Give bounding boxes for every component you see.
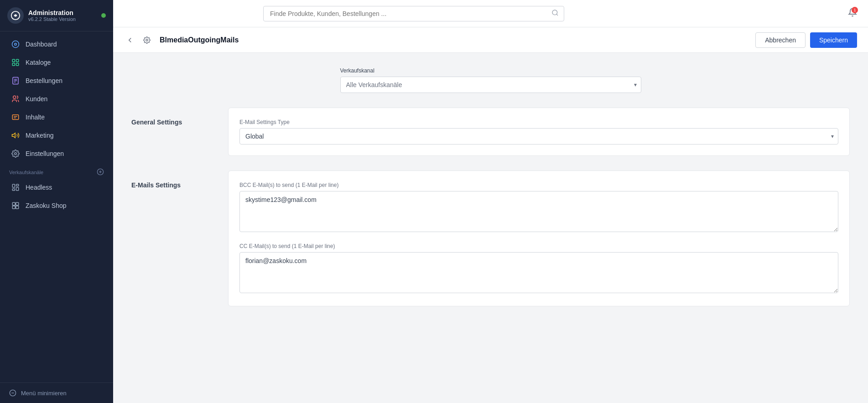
app-version: v6.2.2 Stable Version bbox=[28, 16, 76, 22]
cc-field-group: CC E-Mail(s) to send (1 E-Mail per line)… bbox=[239, 243, 838, 295]
emails-settings-label: E-Mails Settings bbox=[131, 170, 213, 189]
topbar: 1 bbox=[113, 0, 868, 27]
svg-rect-12 bbox=[12, 115, 19, 120]
sidebar-item-marketing[interactable]: Marketing bbox=[2, 126, 111, 145]
search-bar bbox=[263, 6, 564, 21]
svg-point-1 bbox=[12, 41, 19, 48]
settings-gear-button[interactable] bbox=[141, 35, 152, 46]
sidebar-item-label-headless: Headless bbox=[26, 184, 52, 191]
email-type-field-group: E-Mail Settings Type Global Custom ▾ bbox=[239, 119, 838, 145]
header-actions: Abbrechen Speichern bbox=[755, 32, 857, 48]
bcc-textarea[interactable]: skystime123@gmail.com bbox=[239, 191, 838, 232]
kataloge-icon bbox=[11, 58, 20, 67]
emails-settings-row: E-Mails Settings BCC E-Mail(s) to send (… bbox=[131, 170, 850, 306]
sidebar-item-label-kunden: Kunden bbox=[26, 95, 47, 103]
email-type-label: E-Mail Settings Type bbox=[239, 119, 838, 125]
svg-rect-3 bbox=[12, 59, 15, 62]
general-settings-row: General Settings E-Mail Settings Type Gl… bbox=[131, 108, 850, 156]
sidebar-item-label-einstellungen: Einstellungen bbox=[26, 150, 64, 157]
sidebar-item-label-bestellungen: Bestellungen bbox=[26, 77, 62, 84]
sidebar-item-einstellungen[interactable]: Einstellungen bbox=[2, 145, 111, 163]
svg-rect-23 bbox=[12, 189, 15, 191]
sidebar-item-headless[interactable]: Headless bbox=[2, 178, 111, 196]
svg-rect-22 bbox=[16, 187, 19, 191]
svg-rect-27 bbox=[16, 206, 19, 209]
email-type-select[interactable]: Global Custom bbox=[239, 128, 838, 145]
general-settings-label: General Settings bbox=[131, 108, 213, 126]
verkaufskanaele-section: Verkaufskanäle bbox=[0, 163, 113, 178]
svg-point-16 bbox=[15, 153, 17, 155]
svg-rect-20 bbox=[12, 184, 15, 187]
add-channel-icon[interactable] bbox=[97, 168, 104, 176]
sidebar-item-kunden[interactable]: Kunden bbox=[2, 90, 111, 108]
sidebar-item-zaskoku[interactable]: Zaskoku Shop bbox=[2, 196, 111, 215]
email-type-select-wrap: Global Custom ▾ bbox=[239, 128, 838, 145]
app-title-block: Administration v6.2.2 Stable Version bbox=[28, 9, 76, 22]
back-button[interactable] bbox=[124, 34, 136, 46]
cc-textarea[interactable]: florian@zaskoku.com bbox=[239, 252, 838, 293]
svg-marker-15 bbox=[12, 133, 16, 138]
inhalte-icon bbox=[11, 113, 20, 122]
sidebar-item-label-marketing: Marketing bbox=[26, 132, 53, 139]
sidebar-item-label-kataloge: Kataloge bbox=[26, 59, 51, 66]
sidebar-item-bestellungen[interactable]: Bestellungen bbox=[2, 72, 111, 90]
bcc-field-group: BCC E-Mail(s) to send (1 E-Mail per line… bbox=[239, 182, 838, 234]
svg-point-32 bbox=[146, 39, 148, 41]
emails-settings-card: BCC E-Mail(s) to send (1 E-Mail per line… bbox=[228, 170, 850, 306]
general-settings-card: E-Mail Settings Type Global Custom ▾ bbox=[228, 108, 850, 156]
app-logo bbox=[7, 7, 24, 24]
svg-rect-6 bbox=[16, 63, 19, 66]
channel-label: Verkaufskanal bbox=[340, 67, 641, 74]
marketing-icon bbox=[11, 131, 20, 140]
zaskoku-icon bbox=[11, 201, 20, 210]
cancel-button[interactable]: Abbrechen bbox=[755, 32, 806, 48]
einstellungen-icon bbox=[11, 149, 20, 158]
save-button[interactable]: Speichern bbox=[810, 32, 857, 48]
section-label-text: Verkaufskanäle bbox=[9, 170, 43, 175]
page-header: BlmediaOutgoingMails Abbrechen Speichern bbox=[113, 27, 868, 53]
svg-rect-25 bbox=[16, 202, 19, 205]
channel-select-wrap: Alle Verkaufskanäle Headless Zaskoku Sho… bbox=[340, 77, 641, 93]
sidebar-item-label-dashboard: Dashboard bbox=[26, 41, 57, 48]
notification-bell-btn[interactable]: 1 bbox=[848, 8, 857, 19]
content-area: Verkaufskanal Alle Verkaufskanäle Headle… bbox=[113, 53, 868, 403]
cc-label: CC E-Mail(s) to send (1 E-Mail per line) bbox=[239, 243, 838, 249]
app-name: Administration bbox=[28, 9, 76, 16]
notification-badge: 1 bbox=[852, 7, 858, 13]
dashboard-icon bbox=[11, 40, 20, 49]
bestellungen-icon bbox=[11, 76, 20, 85]
svg-rect-21 bbox=[16, 184, 19, 186]
sidebar: Administration v6.2.2 Stable Version Das… bbox=[0, 0, 113, 403]
headless-icon bbox=[11, 183, 20, 192]
sidebar-item-label-inhalte: Inhalte bbox=[26, 114, 45, 121]
svg-point-11 bbox=[13, 96, 16, 98]
sidebar-item-dashboard[interactable]: Dashboard bbox=[2, 35, 111, 53]
kunden-icon bbox=[11, 94, 20, 103]
svg-rect-5 bbox=[12, 63, 15, 66]
main-content: 1 BlmediaOutgoingMails Abbrechen Speiche… bbox=[113, 0, 868, 403]
status-dot bbox=[101, 13, 106, 18]
svg-point-2 bbox=[15, 43, 17, 46]
search-input[interactable] bbox=[263, 6, 564, 21]
sidebar-header: Administration v6.2.2 Stable Version bbox=[0, 0, 113, 31]
svg-rect-26 bbox=[12, 206, 15, 209]
topbar-right: 1 bbox=[848, 8, 857, 19]
channel-selector-section: Verkaufskanal Alle Verkaufskanäle Headle… bbox=[340, 67, 641, 93]
sidebar-item-kataloge[interactable]: Kataloge bbox=[2, 53, 111, 72]
sidebar-nav: Dashboard Kataloge Bestellungen bbox=[0, 31, 113, 382]
sidebar-item-label-zaskoku: Zaskoku Shop bbox=[26, 202, 67, 209]
channel-select[interactable]: Alle Verkaufskanäle Headless Zaskoku Sho… bbox=[340, 77, 641, 93]
minimize-menu-btn[interactable]: Menü minimieren bbox=[0, 382, 113, 403]
bcc-label: BCC E-Mail(s) to send (1 E-Mail per line… bbox=[239, 182, 838, 188]
sidebar-item-inhalte[interactable]: Inhalte bbox=[2, 108, 111, 126]
svg-rect-4 bbox=[16, 59, 19, 62]
page-title: BlmediaOutgoingMails bbox=[160, 36, 239, 44]
minimize-label: Menü minimieren bbox=[21, 390, 67, 397]
svg-rect-24 bbox=[12, 202, 15, 205]
